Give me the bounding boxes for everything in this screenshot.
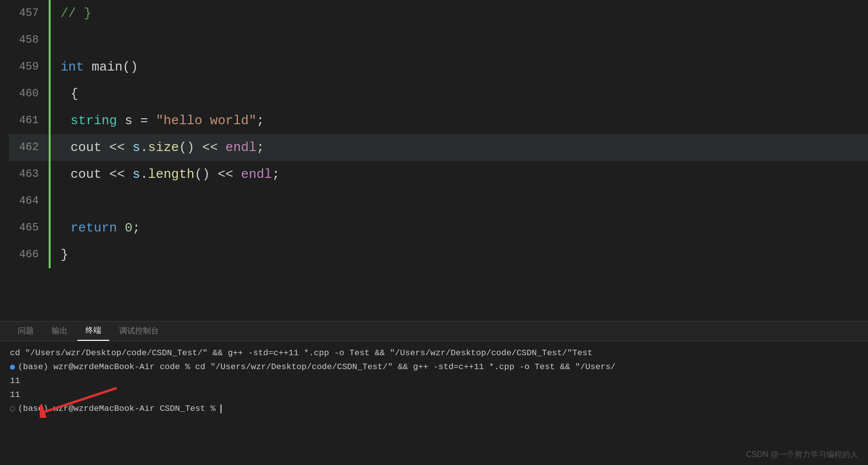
line-code: } [51,241,868,268]
line-number: 464 [9,188,49,215]
terminal-tab[interactable]: 调试控制台 [111,322,167,340]
line-number: 459 [9,54,49,80]
code-token: . [140,161,148,188]
code-token: int [61,54,84,80]
code-token: ; [133,215,141,241]
terminal-tabs: 问题输出终端调试控制台 [0,321,868,341]
terminal-text: cd "/Users/wzr/Desktop/code/CSDN_Test/" … [10,348,592,358]
code-line: 459int main() [9,54,868,80]
code-line: 461string s = "hello world"; [9,107,868,134]
code-token: { [71,80,78,107]
code-area: 457// }458459int main()460{461string s =… [0,0,868,321]
code-token: s [117,107,141,134]
left-gutter [0,0,9,321]
terminal-line: cd "/Users/wzr/Desktop/code/CSDN_Test/" … [10,346,858,360]
line-number: 466 [9,241,49,268]
terminal-text: (base) wzr@wzrdeMacBook-Air code % cd "/… [18,362,616,372]
line-code: { [51,80,868,107]
code-token: "hello world" [156,107,257,134]
line-code: return 0; [51,215,868,241]
code-token: endl [241,161,272,188]
code-token: ; [257,134,265,161]
code-token: } [61,241,69,268]
terminal-idle-dot [10,406,15,411]
code-token: return [71,215,117,241]
code-lines: 457// }458459int main()460{461string s =… [9,0,868,321]
code-token: << [101,161,132,188]
terminal-body[interactable]: cd "/Users/wzr/Desktop/code/CSDN_Test/" … [0,341,868,465]
code-token: () << [179,134,225,161]
code-token: ; [257,107,265,134]
code-line: 462cout << s.size() << endl; [9,134,868,161]
code-line: 465return 0; [9,215,868,241]
code-token: // } [61,0,91,27]
editor-container: 457// }458459int main()460{461string s =… [0,0,868,465]
code-token: main [84,54,123,80]
terminal-cursor [220,404,221,413]
code-token: length [148,161,195,188]
code-token: = [140,107,155,134]
line-number: 462 [9,134,49,161]
code-token: s [133,134,141,161]
code-token: ; [272,161,280,188]
line-number: 465 [9,215,49,241]
line-code: int main() [51,54,868,80]
code-token: string [71,107,117,134]
terminal-line: (base) wzr@wzrdeMacBook-Air code % cd "/… [10,360,858,374]
terminal-line: 11 [10,388,858,402]
code-line: 457// } [9,0,868,27]
code-token: endl [225,134,256,161]
code-line: 463cout << s.length() << endl; [9,161,868,188]
code-token: << [101,134,132,161]
code-line: 464 [9,188,868,215]
terminal-panel: 问题输出终端调试控制台 cd "/Users/wzr/Desktop/code/… [0,321,868,465]
code-line: 466} [9,241,868,268]
code-token: () << [195,161,241,188]
terminal-tab[interactable]: 输出 [44,322,75,340]
terminal-text: 11 [10,376,20,386]
code-token: () [123,54,138,80]
terminal-tab[interactable]: 终端 [77,321,109,341]
terminal-text: 11 [10,390,20,399]
code-token: cout [71,161,101,188]
code-token: s [133,161,141,188]
line-number: 460 [9,80,49,107]
terminal-line: (base) wzr@wzrdeMacBook-Air CSDN_Test % [10,402,858,416]
arrow-annotation [40,383,119,420]
line-code: string s = "hello world"; [51,107,868,134]
code-token: 0 [125,215,133,241]
code-line: 460{ [9,80,868,107]
code-token [117,215,125,241]
terminal-status-dot [10,365,15,370]
line-code: // } [51,0,868,27]
line-number: 458 [9,27,49,54]
line-number: 461 [9,107,49,134]
line-code: cout << s.length() << endl; [51,161,868,188]
svg-line-1 [45,388,117,412]
code-token: cout [71,134,101,161]
code-token: . [140,134,148,161]
code-token: size [148,134,179,161]
terminal-tab[interactable]: 问题 [10,322,42,340]
line-number: 463 [9,161,49,188]
line-code [51,27,868,54]
terminal-line: 11 [10,374,858,388]
watermark: CSDN @一个努力学习编程的人 [746,450,858,460]
line-code [51,188,868,215]
code-line: 458 [9,27,868,54]
line-code: cout << s.size() << endl; [51,134,868,161]
line-number: 457 [9,0,49,27]
